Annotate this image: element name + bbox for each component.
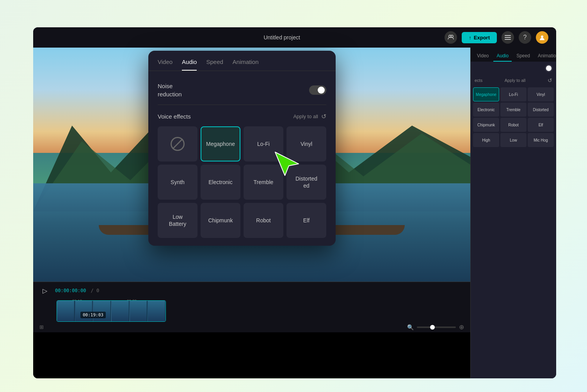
effect-robot[interactable]: Robot	[244, 203, 283, 238]
avatar[interactable]	[536, 31, 548, 44]
apply-all-button[interactable]: Apply to all	[293, 114, 318, 119]
effect-synth[interactable]: Synth	[158, 165, 197, 200]
modal-panel: Video Audio Speed Animation Noisereducti…	[148, 51, 336, 246]
right-effect-chipmunk[interactable]: Chipmunk	[473, 118, 499, 132]
svg-rect-2	[505, 35, 511, 36]
effect-lofi[interactable]: Lo-Fi	[244, 126, 283, 161]
reset-icon[interactable]: ↺	[321, 113, 326, 120]
right-effects-grid: Megaphone Lo-Fi Vinyl Electronic Tremble…	[471, 86, 556, 149]
help-icon[interactable]: ?	[519, 31, 531, 44]
tab-animation-right[interactable]: Animation	[535, 51, 556, 62]
modal-tab-video[interactable]: Video	[158, 59, 173, 71]
zoom-controls: 🔍 ⊕	[407, 323, 464, 331]
noise-reduction-row: Noisereduction	[158, 79, 326, 105]
noise-reduction-label: Noisereduction	[158, 82, 182, 98]
effect-low-battery[interactable]: LowBattery	[158, 203, 197, 238]
tab-video-right[interactable]: Video	[474, 51, 492, 62]
modal-tab-speed[interactable]: Speed	[206, 59, 223, 71]
effect-elf[interactable]: Elf	[286, 203, 326, 238]
right-effect-megaphone[interactable]: Megaphone	[473, 87, 499, 101]
right-effects-label: ects	[475, 78, 482, 83]
tab-audio-right[interactable]: Audio	[493, 51, 512, 62]
video-clip[interactable]: 00:19:03	[57, 300, 166, 322]
right-panel: Video Audio Speed Animation ects Apply t…	[470, 48, 556, 378]
apply-all-container: Apply to all ↺	[293, 113, 326, 120]
svg-rect-4	[505, 39, 511, 40]
svg-rect-3	[505, 37, 511, 38]
timeline-area: ▷ 00:00:00:00 / 0 00:10 00:20	[33, 282, 470, 332]
modal-tab-audio[interactable]: Audio	[182, 59, 197, 71]
none-icon	[171, 137, 185, 151]
voice-effects-title: Voice effects	[158, 113, 191, 120]
right-effect-tremble[interactable]: Tremble	[500, 103, 527, 117]
right-effect-lofi[interactable]: Lo-Fi	[500, 87, 527, 101]
tab-speed-right[interactable]: Speed	[513, 51, 533, 62]
right-effect-distorted[interactable]: Distorted	[528, 103, 554, 117]
timeline-track[interactable]: 00:10 00:20 00:19:03	[33, 299, 470, 322]
svg-point-5	[541, 35, 543, 38]
timeline-bottom: ⊞ 🔍 ⊕	[33, 322, 470, 332]
layout-icon[interactable]	[502, 31, 514, 44]
export-button[interactable]: ↑ Export	[462, 32, 497, 43]
effect-distorted[interactable]: Distorteded	[286, 165, 326, 200]
right-effects-header: ects Apply to all ↺	[471, 75, 556, 86]
voice-effects-header: Voice effects Apply to all ↺	[158, 113, 326, 120]
timeline-controls: ▷ 00:00:00:00 / 0	[33, 282, 470, 299]
zoom-thumb	[430, 325, 435, 330]
export-icon: ↑	[469, 35, 471, 41]
toggle-thumb	[318, 87, 325, 94]
clip-timestamp: 00:19:03	[80, 312, 106, 318]
effect-vinyl[interactable]: Vinyl	[286, 126, 326, 161]
zoom-in-icon[interactable]: ⊕	[459, 323, 464, 331]
collaborate-icon[interactable]	[445, 31, 457, 44]
right-panel-toggle	[471, 62, 556, 75]
timecode-total: / 0	[91, 288, 99, 293]
zoom-slider[interactable]	[417, 326, 456, 328]
right-effect-robot[interactable]: Robot	[500, 118, 527, 132]
top-bar: Untitled project ↑ Export	[33, 27, 556, 48]
right-apply-all[interactable]: Apply to all	[505, 78, 526, 83]
timecode: 00:00:00:00	[55, 288, 86, 293]
modal-tab-animation[interactable]: Animation	[233, 59, 259, 71]
right-effect-low[interactable]: Low	[500, 133, 527, 147]
effect-tremble[interactable]: Tremble	[244, 165, 283, 200]
modal-body: Noisereduction Voice effects Apply to al…	[148, 71, 336, 246]
right-effect-electronic[interactable]: Electronic	[473, 103, 499, 117]
zoom-out-icon[interactable]: 🔍	[407, 324, 414, 330]
toggle-dot	[546, 66, 551, 71]
play-button[interactable]: ▷	[39, 285, 50, 296]
project-title: Untitled project	[263, 34, 300, 41]
right-effect-elf[interactable]: Elf	[528, 118, 554, 132]
right-effect-michog[interactable]: Mic Hog	[528, 133, 554, 147]
top-bar-actions: ↑ Export ?	[445, 31, 548, 44]
right-effect-vinyl[interactable]: Vinyl	[528, 87, 554, 101]
right-effect-high[interactable]: High	[473, 133, 499, 147]
effect-none[interactable]	[158, 126, 197, 161]
right-panel-tabs: Video Audio Speed Animation	[471, 48, 556, 62]
effect-megaphone[interactable]: Megaphone	[201, 126, 240, 161]
clip-thumbnail	[57, 301, 165, 321]
modal-tabs: Video Audio Speed Animation	[148, 51, 336, 71]
effect-electronic[interactable]: Electronic	[201, 165, 240, 200]
effects-grid-modal: Megaphone Lo-Fi Vinyl Synth Electronic T…	[158, 126, 326, 238]
project-title-area: Untitled project	[263, 34, 300, 41]
noise-reduction-toggle[interactable]	[309, 85, 326, 95]
effect-chipmunk[interactable]: Chipmunk	[201, 203, 240, 238]
add-track-icon[interactable]: ⊞	[39, 324, 44, 330]
right-reset-icon[interactable]: ↺	[548, 77, 552, 83]
